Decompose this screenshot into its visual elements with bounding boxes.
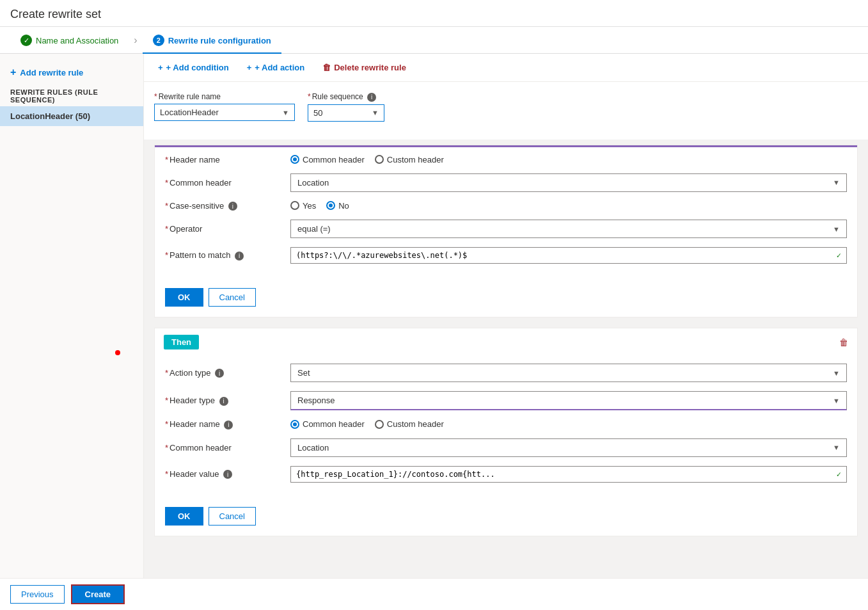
chevron-down-header-type-icon: ▼ [833,397,840,405]
operator-dropdown[interactable]: equal (=) ▼ [290,220,847,238]
then-custom-header-radio-circle [375,420,384,429]
then-common-header-control[interactable]: Location ▼ [290,438,847,457]
header-name-row: *Header name Common header Custom header [165,155,847,165]
then-header-name-label: *Header name i [165,419,280,429]
create-button[interactable]: Create [71,584,125,600]
then-badge: Then [164,335,199,349]
tabs-bar: ✓ Name and Association › 2 Rewrite rule … [0,27,868,54]
rule-item[interactable]: LocationHeader (50) [0,106,143,126]
then-common-header-dropdown[interactable]: Location ▼ [290,438,847,457]
header-value-control: ✓ [290,466,847,483]
tab-name-association[interactable]: ✓ Name and Association [10,27,129,54]
header-type-dropdown[interactable]: Response ▼ [290,391,847,410]
condition-cancel-button[interactable]: Cancel [209,288,256,307]
add-condition-label: + Add condition [166,63,229,72]
header-value-input-wrapper[interactable]: ✓ [290,466,847,483]
operator-value: equal (=) [297,224,331,234]
content-area: + + Add condition + + Add action 🗑 Delet… [144,54,868,600]
header-value-input-field[interactable] [296,470,837,479]
custom-header-radio-circle [375,155,384,164]
common-header-radio[interactable]: Common header [290,155,365,165]
chevron-down-operator-icon: ▼ [833,225,840,233]
header-type-control[interactable]: Response ▼ [290,391,847,410]
tab-separator: › [134,35,137,46]
no-label: No [338,201,349,211]
trash-icon: 🗑 [322,63,331,72]
custom-header-radio-label: Custom header [387,155,444,165]
header-type-info-icon: i [219,397,228,406]
then-custom-header-radio[interactable]: Custom header [375,419,444,429]
green-check-then-icon: ✓ [837,470,841,479]
green-check-icon: ✓ [837,251,841,260]
common-header-radio-circle [290,155,299,164]
tab-rewrite-config[interactable]: 2 Rewrite rule configuration [143,27,281,54]
then-cancel-button[interactable]: Cancel [209,507,256,526]
pattern-input-field[interactable] [296,251,837,260]
header-value-label: *Header value i [165,469,280,479]
common-header-row: *Common header Location ▼ [165,173,847,192]
delete-rule-button[interactable]: 🗑 Delete rewrite rule [319,60,410,75]
yes-radio[interactable]: Yes [290,201,316,211]
sidebar: + Add rewrite rule REWRITE RULES (RULE S… [0,54,144,600]
chevron-down-action-icon: ▼ [833,369,840,377]
header-type-value: Response [297,396,335,405]
rule-sequence-group: *Rule sequence i 50 ▼ [308,92,384,122]
then-delete-icon[interactable]: 🗑 [839,337,848,348]
tab-name-association-label: Name and Association [36,36,118,45]
pattern-label: *Pattern to match i [165,250,280,261]
yes-radio-circle [290,201,299,210]
yes-label: Yes [303,201,316,211]
common-header-control[interactable]: Location ▼ [290,173,847,192]
pattern-control: ✓ [290,247,847,264]
action-type-label: *Action type i [165,368,280,378]
rules-section-label: REWRITE RULES (RULE SEQUENCE) [0,83,143,106]
rule-sequence-select[interactable]: 50 ▼ [308,104,384,122]
action-type-control[interactable]: Set ▼ [290,364,847,382]
rewrite-rule-name-select[interactable]: LocationHeader ▼ [154,104,295,121]
action-type-dropdown[interactable]: Set ▼ [290,364,847,382]
pattern-input-wrapper[interactable]: ✓ [290,247,847,264]
condition-block: *Header name Common header Custom header [154,145,858,318]
chevron-down-icon: ▼ [282,109,289,116]
then-btn-group: OK Cancel [155,499,857,536]
page-title: Create rewrite set [0,0,868,27]
plus-icon: + [10,67,16,78]
then-common-header-radio[interactable]: Common header [290,419,365,429]
action-type-info-icon: i [215,369,224,378]
chevron-down-then-common-icon: ▼ [833,444,840,451]
form-area: *Rewrite rule name LocationHeader ▼ *Rul… [144,82,868,140]
condition-ok-button[interactable]: OK [165,288,203,307]
operator-row: *Operator equal (=) ▼ [165,220,847,238]
operator-control[interactable]: equal (=) ▼ [290,220,847,238]
case-sensitive-info-icon: i [228,202,237,211]
chevron-down-common-icon: ▼ [833,179,840,186]
add-action-plus-icon: + [247,63,252,72]
then-header-name-row: *Header name i Common header Custom head… [165,419,847,429]
header-value-info-icon: i [223,470,232,479]
add-rewrite-rule-button[interactable]: + Add rewrite rule [0,61,143,83]
header-type-label: *Header type i [165,396,280,406]
then-ok-button[interactable]: OK [165,507,203,526]
footer: Previous Create [0,578,868,600]
add-action-button[interactable]: + + Add action [243,60,308,75]
then-common-header-label: *Common header [165,443,280,453]
rule-sequence-value: 50 [313,108,322,118]
custom-header-radio[interactable]: Custom header [375,155,444,165]
common-header-value: Location [297,178,329,188]
add-condition-button[interactable]: + + Add condition [154,60,233,75]
pattern-info-icon: i [235,252,244,261]
action-type-value: Set [297,368,310,378]
red-dot [115,350,120,355]
common-header-label: *Common header [165,178,280,188]
then-block-header: Then 🗑 [155,328,857,356]
common-header-dropdown[interactable]: Location ▼ [290,173,847,192]
condition-btn-group: OK Cancel [155,280,857,317]
header-type-row: *Header type i Response ▼ [165,391,847,410]
case-sensitive-label: *Case-sensitive i [165,201,280,211]
no-radio[interactable]: No [326,201,349,211]
tab-num-icon: 2 [153,35,164,46]
toolbar: + + Add condition + + Add action 🗑 Delet… [144,54,868,82]
rule-sequence-label: *Rule sequence i [308,92,384,102]
previous-button[interactable]: Previous [10,585,65,600]
add-condition-plus-icon: + [158,63,163,72]
